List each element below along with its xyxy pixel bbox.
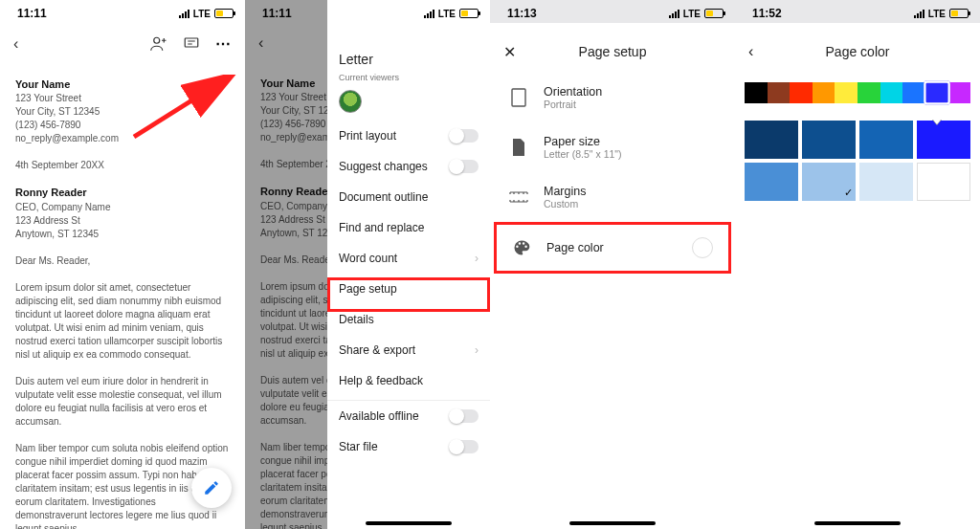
screenshot-overflow-menu: 11:11 LTE ‹ Your Name 123 Your Street Yo… [245, 0, 490, 529]
signal-icon [914, 9, 924, 18]
toggle-off-icon[interactable] [450, 409, 479, 423]
color-strip-swatch[interactable] [813, 82, 835, 103]
menu-word-count[interactable]: Word count › [327, 243, 490, 274]
shade-swatch[interactable] [859, 163, 913, 201]
back-icon[interactable]: ‹ [13, 35, 18, 53]
color-strip-swatch[interactable] [902, 82, 925, 103]
home-indicator [814, 521, 901, 525]
signal-icon [669, 9, 679, 18]
menu-find-replace[interactable]: Find and replace [327, 212, 490, 243]
recipient-title: CEO, Company Name [15, 201, 230, 214]
status-bar: 11:13 LTE [490, 0, 735, 23]
menu-doc-title: Letter [327, 23, 490, 73]
shade-swatch[interactable] [802, 121, 856, 159]
check-icon: ✓ [844, 187, 853, 199]
menu-suggest-changes[interactable]: Suggest changes [327, 151, 490, 182]
overflow-menu-sheet: LTE Letter Current viewers Print layout … [327, 0, 490, 529]
setup-label: Paper size [544, 135, 622, 148]
color-strip-swatch[interactable] [790, 82, 813, 103]
recipient-name: Ronny Reader [15, 186, 230, 200]
screenshot-document-view: 11:11 LTE ‹ ⋯ Your Name 123 Your Street … [0, 0, 245, 529]
sheet-header: ‹ Page color [735, 33, 980, 73]
highlight-page-setup [327, 277, 490, 312]
menu-print-layout[interactable]: Print layout [327, 121, 490, 151]
battery-icon [214, 9, 234, 18]
salutation: Dear Ms. Reader, [15, 254, 230, 268]
menu-label: Word count [339, 252, 397, 265]
menu-label: Share & export [339, 343, 415, 357]
color-strip-swatch[interactable] [947, 82, 970, 103]
network-label: LTE [438, 9, 456, 19]
annotation-arrow [129, 75, 244, 142]
menu-label: Document outline [339, 190, 428, 204]
menu-star-file[interactable]: Star file [327, 431, 490, 462]
screenshot-page-setup: 11:13 LTE ✕ Page setup Orientation Portr… [490, 0, 735, 529]
setup-value: Custom [544, 198, 586, 209]
toggle-off-icon[interactable] [450, 160, 479, 173]
color-strip-swatch[interactable] [924, 80, 949, 104]
shade-swatch[interactable] [859, 121, 913, 159]
toggle-off-icon[interactable] [450, 440, 479, 453]
shade-swatch[interactable] [745, 121, 798, 159]
pencil-icon [203, 479, 220, 496]
sheet-title: Page color [826, 44, 890, 59]
color-strip-swatch[interactable] [858, 82, 880, 103]
close-icon[interactable]: ✕ [503, 43, 516, 61]
recipient-addr1: 123 Address St [15, 214, 230, 228]
status-bar: 11:11 LTE [0, 0, 245, 23]
color-strip-swatch[interactable] [768, 82, 791, 103]
battery-icon [459, 9, 479, 18]
color-strip-swatch[interactable] [745, 82, 768, 103]
setup-label: Page color [546, 241, 604, 254]
current-color-swatch [692, 237, 713, 258]
setup-margins[interactable]: Margins Custom [490, 172, 735, 222]
menu-label: Available offline [339, 409, 419, 423]
viewer-avatar[interactable] [339, 90, 362, 113]
setup-orientation[interactable]: Orientation Portrait [490, 73, 735, 122]
screenshot-page-color: 11:52 LTE ‹ Page color ✓ [735, 0, 980, 529]
status-bar: LTE [327, 0, 490, 23]
toggle-off-icon[interactable] [450, 129, 479, 143]
color-strip-swatch[interactable] [880, 82, 903, 103]
menu-document-outline[interactable]: Document outline [327, 182, 490, 212]
menu-label: Find and replace [339, 221, 424, 234]
add-person-icon[interactable] [150, 35, 167, 53]
comment-icon[interactable] [183, 35, 200, 53]
menu-available-offline[interactable]: Available offline [327, 401, 490, 431]
status-time: 11:11 [17, 7, 47, 20]
edit-fab[interactable] [191, 468, 232, 508]
status-time: 11:52 [752, 7, 782, 20]
color-strip-swatch[interactable] [835, 82, 858, 103]
battery-icon [949, 9, 969, 18]
menu-label: Help & feedback [339, 374, 423, 387]
sheet-title: Page setup [579, 44, 647, 59]
selected-pointer-icon [932, 119, 942, 124]
setup-label: Margins [544, 185, 586, 198]
paragraph-2: Duis autem vel eum iriure dolor in hendr… [15, 375, 230, 429]
status-bar: 11:52 LTE [735, 0, 980, 23]
setup-page-color[interactable]: Page color [497, 225, 728, 271]
shade-swatch[interactable]: ✓ [802, 163, 856, 201]
network-label: LTE [928, 9, 946, 19]
paragraph-1: Lorem ipsum dolor sit amet, consectetuer… [15, 281, 230, 362]
margins-icon [509, 191, 528, 203]
current-viewers-label: Current viewers [327, 73, 490, 86]
menu-share-export[interactable]: Share & export › [327, 335, 490, 365]
back-icon[interactable]: ‹ [748, 43, 753, 60]
svg-line-1 [134, 78, 227, 137]
menu-label: Star file [339, 440, 378, 453]
shade-swatch[interactable] [745, 163, 798, 201]
orientation-icon [509, 88, 528, 107]
more-menu-icon[interactable]: ⋯ [215, 34, 232, 53]
home-indicator [569, 521, 656, 525]
paper-icon [509, 138, 528, 157]
setup-value: Portrait [544, 99, 602, 110]
menu-help-feedback[interactable]: Help & feedback [327, 365, 490, 396]
signal-icon [179, 9, 189, 18]
document-toolbar: ‹ ⋯ [0, 23, 245, 64]
chevron-right-icon: › [475, 343, 479, 357]
sheet-header: ✕ Page setup [490, 33, 735, 73]
shade-swatch[interactable] [917, 163, 970, 201]
setup-paper-size[interactable]: Paper size Letter (8.5" x 11") [490, 122, 735, 172]
shade-swatch[interactable] [917, 121, 970, 159]
